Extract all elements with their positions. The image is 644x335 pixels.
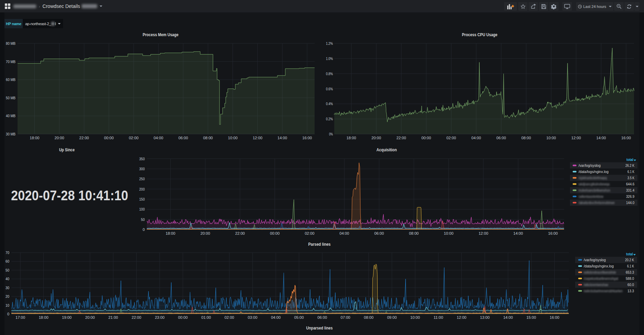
svg-text:70 MB: 70 MB — [6, 60, 16, 64]
svg-text:18:00: 18:00 — [39, 315, 48, 319]
svg-text:12:00: 12:00 — [457, 315, 467, 319]
svg-text:22:00: 22:00 — [235, 231, 245, 235]
svg-text:60.0: 60.0 — [627, 283, 634, 287]
svg-text:/xjsklranbcklefmwpq: /xjsklranbcklefmwpq — [579, 176, 607, 180]
svg-text:total: total — [626, 252, 633, 256]
svg-text:06:00: 06:00 — [317, 315, 327, 319]
svg-text:6.1 K: 6.1 K — [627, 264, 634, 268]
svg-text:0%: 0% — [329, 132, 333, 136]
svg-text:250: 250 — [139, 177, 145, 181]
svg-text:70: 70 — [6, 251, 9, 255]
svg-text:10:00: 10:00 — [444, 231, 453, 235]
svg-text:Process Mem Usage: Process Mem Usage — [143, 32, 178, 37]
svg-text:01:00: 01:00 — [201, 315, 211, 319]
svg-text:2020-07-28 10:41:10: 2020-07-28 10:41:10 — [11, 188, 128, 203]
svg-text:50 MB: 50 MB — [6, 96, 16, 100]
svg-text:00:00: 00:00 — [270, 231, 280, 235]
svg-text:07:00: 07:00 — [341, 315, 350, 319]
svg-text:06:00: 06:00 — [178, 136, 188, 140]
svg-text:1.0%: 1.0% — [326, 57, 333, 61]
svg-text:/data/logs/nginx.log: /data/logs/nginx.log — [579, 170, 609, 174]
svg-text:12:00: 12:00 — [571, 136, 581, 140]
svg-text:20:00: 20:00 — [85, 315, 95, 319]
svg-text:11:00: 11:00 — [433, 315, 443, 319]
svg-text:Parsed lines: Parsed lines — [308, 242, 331, 247]
svg-text:300: 300 — [139, 167, 145, 171]
svg-text:00:00: 00:00 — [421, 136, 431, 140]
svg-text:16:00: 16:00 — [548, 231, 558, 235]
svg-text:0: 0 — [7, 312, 9, 316]
svg-text:19:00: 19:00 — [62, 315, 72, 319]
svg-text:14:00: 14:00 — [277, 136, 287, 140]
svg-text:50: 50 — [141, 217, 145, 222]
svg-text:0: 0 — [143, 227, 145, 232]
svg-text:12:00: 12:00 — [479, 231, 488, 235]
svg-text:20: 20 — [6, 294, 9, 298]
svg-text:/var/log/syslog: /var/log/syslog — [584, 258, 606, 262]
svg-text:05:00: 05:00 — [294, 315, 304, 319]
svg-text:mzkelsancbrtkwnshzx: mzkelsancbrtkwnshzx — [579, 188, 610, 192]
svg-text:04:00: 04:00 — [471, 136, 481, 140]
svg-text:xwlkdsnvbraceltkwnsbhde: xwlkdsnvbraceltkwnsbhde — [584, 270, 616, 274]
svg-text:22:00: 22:00 — [79, 136, 89, 140]
svg-text:16:00: 16:00 — [550, 315, 559, 319]
svg-text:20.2 K: 20.2 K — [625, 258, 634, 262]
svg-text:1.2%: 1.2% — [326, 41, 333, 45]
svg-text:Process CPU Usage: Process CPU Usage — [462, 32, 498, 37]
svg-text:/cwpeksnbartlewnnshgat: /cwpeksnbartlewnnshgat — [584, 276, 618, 281]
svg-text:14:00: 14:00 — [596, 136, 606, 140]
svg-text:nwlecksbartmeownsbhkaelwn: nwlecksbartmeownsbhkaelwn — [584, 289, 623, 293]
svg-text:18:00: 18:00 — [166, 231, 175, 235]
svg-text:331.4: 331.4 — [626, 188, 634, 192]
svg-text:6.1 K: 6.1 K — [627, 170, 635, 174]
svg-text:40: 40 — [6, 277, 9, 281]
svg-text:644.6: 644.6 — [626, 182, 634, 186]
svg-text:200: 200 — [139, 187, 145, 191]
svg-text:06:00: 06:00 — [374, 231, 384, 235]
svg-text:02:00: 02:00 — [305, 231, 314, 235]
svg-text:total: total — [626, 158, 633, 162]
svg-text:12:00: 12:00 — [253, 136, 262, 140]
svg-text:/var/log/syslog: /var/log/syslog — [579, 163, 601, 168]
svg-text:08:00: 08:00 — [409, 231, 419, 235]
svg-text:326.9: 326.9 — [626, 194, 634, 199]
svg-text:02:00: 02:00 — [225, 315, 234, 319]
svg-text:09:00: 09:00 — [387, 315, 397, 319]
svg-text:22:00: 22:00 — [132, 315, 141, 319]
svg-text:cwlkentassnlerkbow: cwlkentassnlerkbow — [579, 194, 603, 199]
svg-text:80 MB: 80 MB — [6, 41, 16, 45]
svg-text:100: 100 — [139, 207, 145, 211]
svg-text:14:00: 14:00 — [503, 315, 513, 319]
svg-text:08:00: 08:00 — [203, 136, 213, 140]
svg-text:03:00: 03:00 — [248, 315, 257, 319]
svg-text:0.4%: 0.4% — [326, 102, 333, 106]
svg-text:08:00: 08:00 — [521, 136, 531, 140]
svg-text:21:00: 21:00 — [109, 315, 118, 319]
svg-text:04:00: 04:00 — [339, 231, 349, 235]
svg-text:22:00: 22:00 — [397, 136, 406, 140]
svg-text:Unparsed lines: Unparsed lines — [306, 325, 333, 331]
svg-text:50: 50 — [6, 268, 9, 272]
svg-text:16:00: 16:00 — [621, 136, 631, 140]
svg-text:26.2 K: 26.2 K — [625, 163, 635, 168]
svg-text:20:00: 20:00 — [54, 136, 64, 140]
svg-text:10: 10 — [6, 303, 9, 307]
svg-text:/data/logs/nginx.log: /data/logs/nginx.log — [584, 264, 614, 268]
svg-text:Up Since: Up Since — [59, 147, 75, 152]
svg-text:20:00: 20:00 — [371, 136, 381, 140]
svg-text:3.5 K: 3.5 K — [627, 176, 635, 180]
svg-text:17:00: 17:00 — [16, 315, 25, 319]
svg-text:0.6%: 0.6% — [326, 87, 333, 91]
svg-text:04:00: 04:00 — [154, 136, 163, 140]
svg-text:40 MB: 40 MB — [6, 114, 16, 118]
svg-text:08:00: 08:00 — [364, 315, 374, 319]
svg-text:0.8%: 0.8% — [326, 72, 333, 76]
svg-text:14:00: 14:00 — [513, 231, 523, 235]
svg-text:04:00: 04:00 — [271, 315, 280, 319]
svg-text:20:00: 20:00 — [201, 231, 210, 235]
svg-text:02:00: 02:00 — [129, 136, 139, 140]
svg-text:10:00: 10:00 — [228, 136, 238, 140]
svg-text:00:00: 00:00 — [178, 315, 188, 319]
svg-text:60 MB: 60 MB — [6, 78, 16, 82]
svg-text:60: 60 — [6, 259, 9, 263]
